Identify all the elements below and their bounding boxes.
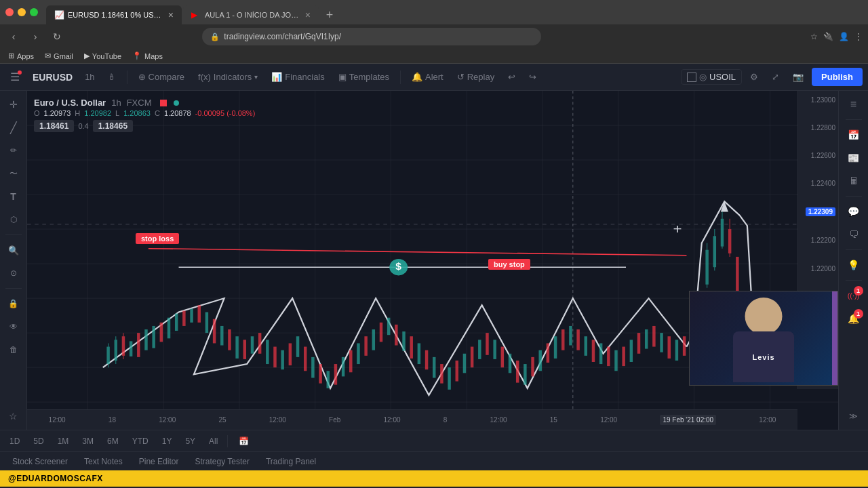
svg-rect-77 (463, 354, 466, 373)
zoom-tool[interactable]: 🔍 (3, 239, 24, 261)
bookmark-gmail[interactable]: ✉ Gmail (45, 52, 73, 60)
svg-rect-78 (471, 347, 473, 368)
forward-button[interactable]: › (27, 28, 43, 45)
chart-area[interactable]: Euro / U.S. Dollar 1h FXCM O 1.20973 H 1… (27, 91, 838, 430)
svg-rect-56 (304, 347, 307, 371)
tf-all-button[interactable]: All (205, 435, 222, 447)
tab2-favicon: ▶ (191, 10, 201, 20)
financials-button[interactable]: 📊 Financials (266, 69, 330, 85)
symbol-selector[interactable]: EURUSD (27, 72, 78, 83)
financials-icon: 📊 (271, 72, 282, 82)
tf-3m-button[interactable]: 3M (78, 435, 98, 447)
fullscreen-button[interactable]: ⤢ (766, 69, 785, 85)
text-notes-tab[interactable]: Text Notes (77, 455, 130, 468)
svg-rect-59 (327, 371, 330, 388)
svg-rect-84 (516, 361, 519, 383)
tf-6m-button[interactable]: 6M (103, 435, 123, 447)
chart-settings-button[interactable]: ⚙ (745, 69, 764, 85)
svg-rect-48 (243, 340, 246, 359)
redo-button[interactable]: ↪ (524, 69, 542, 85)
tf-1d-button[interactable]: 1D (5, 435, 24, 447)
compare-button[interactable]: ⊕ Compare (133, 69, 190, 85)
settings-gear-icon: ⚙ (750, 72, 758, 82)
address-bar[interactable]: 🔒 tradingview.com/chart/GqVI1Iyp/ (202, 28, 541, 45)
alert-button[interactable]: 🔔 Alert (406, 69, 449, 85)
svg-rect-35 (144, 329, 147, 350)
browser-tab-1[interactable]: 📈 EURUSD 1.18461 0% USOIL × (46, 5, 182, 24)
timeframe-selector[interactable]: 1h (81, 72, 98, 82)
text-tool[interactable]: T (3, 186, 24, 207)
magnet-tool[interactable]: ⊙ (3, 262, 24, 284)
bookmark-youtube[interactable]: ▶ YouTube (84, 52, 121, 60)
bookmark-icon[interactable]: ☆ (810, 32, 818, 41)
tab2-close-icon[interactable]: × (305, 9, 311, 20)
lock-tool[interactable]: 🔒 (3, 293, 24, 314)
date-range-button[interactable]: 📅 (233, 434, 254, 449)
time-label-11: 12:00 (600, 416, 617, 424)
maximize-window-button[interactable] (30, 8, 38, 16)
square-indicator (160, 100, 167, 106)
overlay-toggle[interactable]: ◎ USOIL (681, 69, 742, 85)
profile-icon[interactable]: 👤 (839, 32, 849, 41)
alert-right-icon[interactable]: 🔔1 (843, 308, 865, 329)
svg-rect-55 (296, 336, 299, 357)
browser-tab-2[interactable]: ▶ AULA 1 - O INÍCIO DA JORNAD... × (183, 5, 319, 24)
bookmark-apps[interactable]: ⊞ Apps (8, 52, 34, 60)
wave-tool[interactable]: 〜 (3, 163, 24, 184)
svg-rect-102 (652, 326, 655, 347)
community-icon[interactable]: 🗨 (843, 224, 865, 245)
svg-rect-90 (561, 329, 564, 350)
tf-5d-button[interactable]: 5D (29, 435, 47, 447)
favorites-tool[interactable]: ☆ (3, 405, 24, 427)
extension-icon[interactable]: 🔌 (823, 32, 833, 41)
news-right-icon[interactable]: 📰 (843, 147, 865, 169)
line-tool[interactable]: ╱ (3, 117, 24, 138)
tradingview-app: ☰ EURUSD 1h 🕯 ⊕ Compare f(x) Indicators … (0, 64, 868, 487)
calculator-icon[interactable]: 🖩 (843, 170, 865, 192)
watchlist-icon[interactable]: ≡ (843, 94, 865, 115)
bookmark-maps[interactable]: 📍 Maps (132, 52, 163, 60)
menu-button[interactable]: ☰ (5, 68, 24, 87)
snapshot-button[interactable]: 📷 (787, 69, 809, 85)
camera-icon: 📷 (793, 72, 804, 82)
price-level-1230: 1.23000 (801, 96, 835, 104)
tf-5y-button[interactable]: 5Y (181, 435, 199, 447)
candlestick-icon: 🕯 (107, 72, 116, 82)
minimize-window-button[interactable] (18, 8, 26, 16)
strategy-tester-tab[interactable]: Strategy Tester (188, 455, 256, 468)
trading-panel-tab[interactable]: Trading Panel (259, 455, 323, 468)
close-window-button[interactable] (5, 8, 14, 16)
svg-rect-45 (220, 326, 223, 346)
svg-rect-89 (554, 336, 557, 359)
pine-editor-tab[interactable]: Pine Editor (132, 455, 186, 468)
chart-type-button[interactable]: 🕯 (102, 69, 121, 85)
expand-right-icon[interactable]: ≫ (843, 405, 865, 427)
delete-tool[interactable]: 🗑 (3, 339, 24, 361)
brush-tool[interactable]: ✏ (3, 140, 24, 161)
svg-rect-40 (182, 310, 185, 325)
price-level-1226: 1.22600 (801, 152, 835, 159)
templates-button[interactable]: ▣ Templates (333, 69, 395, 85)
indicators-button[interactable]: f(x) Indicators ▾ (193, 69, 263, 85)
svg-rect-96 (607, 347, 610, 367)
tf-1m-button[interactable]: 1M (54, 435, 73, 447)
signal-right-icon[interactable]: ((·))1 (843, 285, 865, 306)
measure-tool[interactable]: ⬡ (3, 209, 24, 230)
new-tab-button[interactable]: + (320, 5, 339, 24)
eye-tool[interactable]: 👁 (3, 316, 24, 338)
back-button[interactable]: ‹ (5, 28, 22, 45)
calendar-right-icon[interactable]: 📅 (843, 124, 865, 146)
menu-icon[interactable]: ⋮ (854, 32, 863, 41)
reload-button[interactable]: ↻ (49, 28, 65, 45)
chat-right-icon[interactable]: 💬 (843, 201, 865, 222)
tf-1y-button[interactable]: 1Y (158, 435, 176, 447)
ideas-icon[interactable]: 💡 (843, 254, 865, 276)
crosshair-tool[interactable]: ✛ (3, 94, 24, 115)
replay-button[interactable]: ↺ Replay (452, 69, 500, 85)
tf-ytd-button[interactable]: YTD (128, 435, 153, 447)
svg-rect-87 (538, 350, 541, 371)
tab1-close-icon[interactable]: × (168, 9, 174, 20)
stock-screener-tab[interactable]: Stock Screener (5, 455, 75, 468)
publish-button[interactable]: Publish (812, 68, 863, 86)
undo-button[interactable]: ↩ (502, 69, 521, 85)
